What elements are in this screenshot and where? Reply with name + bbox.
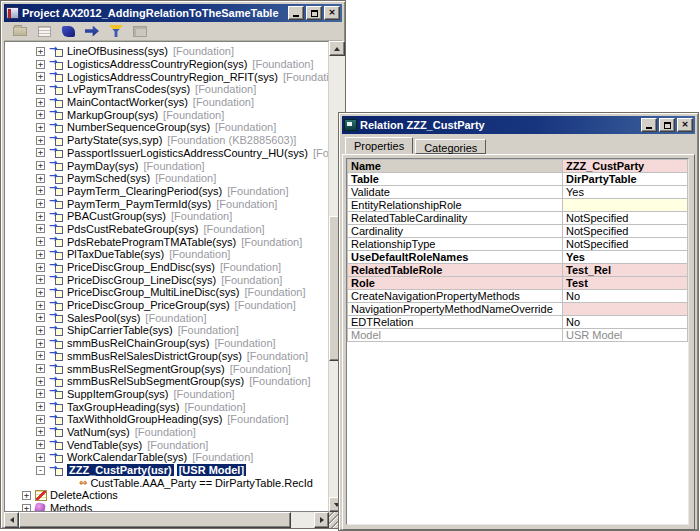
minimize-button[interactable] [288,6,304,20]
expand-icon[interactable]: + [36,85,45,94]
tree-item-relation-field[interactable]: ⇔CustTable.AAA_Party == DirPartyTable.Re… [5,476,328,489]
expand-icon[interactable]: + [36,351,45,360]
property-value[interactable]: Test_Rel [563,264,688,277]
project-window-titlebar[interactable]: Project AX2012_AddingRelationToTheSameTa… [4,4,342,22]
expand-icon[interactable]: + [22,504,31,512]
tree-item-label: PdsCustRebateGroup(sys) [67,223,198,235]
expand-icon[interactable]: + [36,161,45,170]
layer-tag: [Foundation] [235,299,296,311]
property-value[interactable]: No [563,290,688,303]
expand-icon[interactable]: + [36,224,45,233]
layer-tag: [Foundation] [283,71,329,83]
tree-item-label: Methods [50,502,92,512]
filter-icon [109,25,123,37]
selected-item-model-tag: [USR Model] [177,464,246,476]
layer-tag: [Foundation] [214,337,275,349]
expand-icon[interactable]: + [36,186,45,195]
property-value[interactable]: Yes [563,186,688,199]
expand-icon[interactable]: + [36,427,45,436]
property-value[interactable]: NotSpecified [563,212,688,225]
expand-icon[interactable]: + [36,275,45,284]
filter-button[interactable] [106,23,126,40]
layer-tag: [Foundation] [221,274,282,286]
expand-icon[interactable]: + [36,339,45,348]
tree-item-deleteactions[interactable]: +DeleteActions [5,489,328,502]
scroll-right-button[interactable] [314,512,329,528]
layer-tag: [Foundation] [247,350,308,362]
expand-icon[interactable]: + [36,415,45,424]
expand-icon[interactable]: + [36,364,45,373]
tab-properties[interactable]: Properties [345,137,413,154]
property-value[interactable]: NotSpecified [563,225,688,238]
horizontal-scroll-thumb[interactable] [19,512,291,528]
tree-item-label: PdsRebateProgramTMATable(sys) [67,236,236,248]
tab-categories[interactable]: Categories [415,139,486,154]
expand-icon[interactable]: + [36,60,45,69]
relation-window-titlebar[interactable]: Relation ZZZ_CustParty × [342,116,695,134]
compile-button[interactable] [58,23,78,40]
scroll-up-button[interactable] [329,41,345,56]
expand-icon[interactable]: + [36,288,45,297]
expand-icon[interactable]: + [36,212,45,221]
expand-icon[interactable]: + [36,377,45,386]
maximize-button[interactable] [306,6,322,20]
property-value[interactable]: ZZZ_CustParty [563,160,688,173]
expand-icon[interactable]: + [36,301,45,310]
expand-icon[interactable]: + [36,199,45,208]
expand-icon[interactable]: + [36,98,45,107]
tree-item-selected[interactable]: -ZZZ_CustParty(usr)[USR Model] [5,464,328,477]
grid-button[interactable] [34,23,54,40]
collapse-icon[interactable]: - [36,466,45,475]
expand-icon[interactable]: + [36,174,45,183]
close-button[interactable]: × [677,118,693,132]
expand-icon[interactable]: + [36,389,45,398]
property-value[interactable]: USR Model [563,329,688,342]
expand-icon[interactable]: + [36,250,45,259]
export-icon [85,26,99,37]
image-button[interactable] [130,23,150,40]
expand-icon[interactable]: + [36,263,45,272]
property-row: TableDirPartyTable [348,173,688,186]
layer-tag: [Foundation] [227,185,288,197]
expand-icon[interactable]: + [36,313,45,322]
tree-item-label: MarkupGroup(sys) [67,109,158,121]
expand-icon[interactable]: + [36,110,45,119]
tree-item-methods[interactable]: +Methods [5,502,328,512]
expand-icon[interactable]: + [36,440,45,449]
property-name: EDTRelation [348,316,563,329]
expand-icon[interactable]: + [36,148,45,157]
tree-item-label: TaxGroupHeading(sys) [67,401,180,413]
property-name: Table [348,173,563,186]
property-row: EDTRelationNo [348,316,688,329]
property-value[interactable]: NotSpecified [563,238,688,251]
property-value[interactable]: DirPartyTable [563,173,688,186]
tree-item-label: WorkCalendarTable(sys) [67,451,187,463]
property-value[interactable]: Test [563,277,688,290]
export-button[interactable] [82,23,102,40]
expand-icon[interactable]: + [36,123,45,132]
horizontal-scrollbar[interactable] [4,512,329,528]
layer-tag: [Foundation] [173,388,234,400]
expand-icon[interactable]: + [22,491,31,500]
scroll-left-button[interactable] [4,512,19,528]
close-button[interactable]: × [324,6,340,20]
expand-icon[interactable]: + [36,47,45,56]
property-value[interactable] [563,199,688,212]
expand-icon[interactable]: + [36,326,45,335]
expand-icon[interactable]: + [36,453,45,462]
expand-icon[interactable]: + [36,402,45,411]
maximize-button[interactable] [659,118,675,132]
minimize-button[interactable] [641,118,657,132]
property-value[interactable] [563,303,688,316]
property-row: RelationshipTypeNotSpecified [348,238,688,251]
property-row: RelatedTableRoleTest_Rel [348,264,688,277]
open-button[interactable] [10,23,30,40]
expand-icon[interactable]: + [36,72,45,81]
expand-icon[interactable]: + [36,237,45,246]
property-value[interactable]: Yes [563,251,688,264]
property-value[interactable]: No [563,316,688,329]
tree-item-label: MainContactWorker(sys) [67,96,188,108]
property-name: EntityRelationshipRole [348,199,563,212]
tree-item-label: PlTaxDueTable(sys) [67,248,164,260]
expand-icon[interactable]: + [36,136,45,145]
